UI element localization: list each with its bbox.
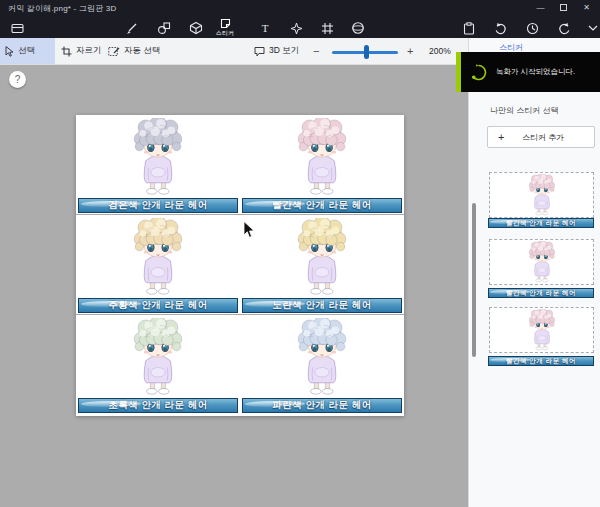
recording-toast[interactable]: 녹화가 시작되었습니다. [456, 52, 600, 92]
maximize-button[interactable] [552, 0, 575, 14]
character-sprite[interactable] [129, 318, 187, 398]
paste-icon[interactable] [460, 19, 478, 37]
brush-tool-icon[interactable] [122, 19, 140, 37]
sticker-cell-orange[interactable]: 주황색 안개 라문 헤어 [76, 215, 240, 314]
undo-icon[interactable] [491, 19, 509, 37]
sticker-caption-banner: 주황색 안개 라문 헤어 [78, 298, 238, 313]
effects-icon[interactable] [287, 19, 305, 37]
3d-library-icon[interactable] [349, 19, 367, 37]
my-sticker-item[interactable] [489, 239, 594, 285]
character-sprite[interactable] [293, 318, 351, 398]
sticker-thumbnail[interactable] [526, 309, 557, 352]
sticker-cell-black[interactable]: 검은색 안개 라문 헤어 [76, 115, 240, 214]
sticker-caption-banner: 빨간색 안개 라문 헤어 [242, 198, 402, 213]
select-tool-button[interactable]: 선택 [0, 38, 55, 64]
zoom-out-button[interactable]: − [313, 38, 319, 64]
sticker-icon [220, 18, 231, 29]
character-sprite[interactable] [129, 218, 187, 298]
minimize-button[interactable]: — [529, 0, 552, 14]
sticker-thumbnail[interactable] [526, 241, 557, 284]
sticker-item-label: 빨간색 안개 라문 헤어 [488, 218, 594, 228]
sticker-caption-banner: 노란색 안개 라문 헤어 [242, 298, 402, 313]
window-title: 커믹 같이해.png* - 그림판 3D [8, 3, 116, 14]
add-sticker-label: 스티커 추가 [504, 132, 582, 143]
sticker-thumbnail[interactable] [526, 174, 557, 217]
menu-icon[interactable] [8, 19, 26, 37]
sticker-panel: 스티커 나만의 스티커 선택 + 스티커 추가 [468, 38, 600, 507]
help-button[interactable]: ? [9, 71, 26, 88]
zoom-level-value: 200% [429, 38, 451, 64]
sticker-caption-banner: 파란색 안개 라문 헤어 [242, 398, 402, 413]
2d-shapes-icon[interactable] [155, 19, 173, 37]
text-tool-icon[interactable]: T [256, 19, 274, 37]
toast-message: 녹화가 시작되었습니다. [496, 67, 575, 77]
sticker-caption-banner: 검은색 안개 라문 헤어 [78, 198, 238, 213]
magic-select-button[interactable]: 자동 선택 [103, 38, 165, 64]
expand-chevron-icon[interactable] [584, 19, 600, 37]
my-sticker-item[interactable] [489, 172, 594, 218]
panel-section-title: 나만의 스티커 선택 [490, 105, 558, 116]
top-toolbar: 커믹 같이해.png* - 그림판 3D — ✕ 스티커 T [0, 0, 600, 38]
sticker-cell-blue[interactable]: 파란색 안개 라문 헤어 [240, 315, 404, 414]
view-3d-button[interactable]: 3D 보기 [249, 38, 304, 64]
canvas-row: 주황색 안개 라문 헤어 노란색 [76, 215, 404, 315]
select-arrow-icon [5, 46, 14, 57]
3d-shapes-icon[interactable] [187, 19, 205, 37]
mouse-cursor [243, 221, 255, 243]
sticker-item-label: 빨간색 안개 라문 헤어 [488, 356, 594, 366]
sticker-tab-selected[interactable]: 스티커 [206, 16, 244, 38]
close-button[interactable]: ✕ [575, 0, 598, 14]
view-3d-icon [254, 46, 265, 57]
add-sticker-button[interactable]: + 스티커 추가 [487, 126, 595, 148]
zoom-slider-thumb[interactable] [364, 45, 369, 59]
sticker-tab-label: 스티커 [216, 30, 234, 36]
canvas-icon[interactable] [318, 19, 336, 37]
sticker-cell-green[interactable]: 초록색 안개 라문 헤어 [76, 315, 240, 414]
magic-select-icon [108, 46, 120, 57]
sticker-cell-red[interactable]: 빨간색 안개 라문 헤어 [240, 115, 404, 214]
paint3d-window: 커믹 같이해.png* - 그림판 3D — ✕ 스티커 T [0, 0, 600, 507]
zoom-in-button[interactable]: + [407, 38, 413, 64]
canvas-row: 검은색 안개 라문 헤어 빨간색 [76, 115, 404, 215]
window-controls: — ✕ [529, 0, 598, 14]
crop-icon [61, 46, 72, 57]
canvas-row: 초록색 안개 라문 헤어 파란색 [76, 315, 404, 414]
sticker-item-label: 빨간색 안개 라문 헤어 [488, 288, 594, 298]
redo-icon[interactable] [555, 19, 573, 37]
history-icon[interactable] [523, 19, 541, 37]
character-sprite[interactable] [293, 118, 351, 198]
sticker-caption-banner: 초록색 안개 라문 헤어 [78, 398, 238, 413]
select-label: 선택 [18, 45, 35, 57]
my-sticker-item[interactable] [489, 307, 594, 353]
record-icon [470, 64, 487, 81]
drawing-canvas[interactable]: 검은색 안개 라문 헤어 빨간색 [76, 115, 404, 416]
crop-label: 자르기 [76, 45, 102, 57]
panel-scrollbar[interactable] [472, 203, 476, 357]
sticker-cell-yellow[interactable]: 노란색 안개 라문 헤어 [240, 215, 404, 314]
magic-select-label: 자동 선택 [124, 45, 160, 57]
character-sprite[interactable] [293, 218, 351, 298]
crop-button[interactable]: 자르기 [56, 38, 107, 64]
character-sprite[interactable] [129, 118, 187, 198]
view-3d-label: 3D 보기 [269, 45, 299, 57]
